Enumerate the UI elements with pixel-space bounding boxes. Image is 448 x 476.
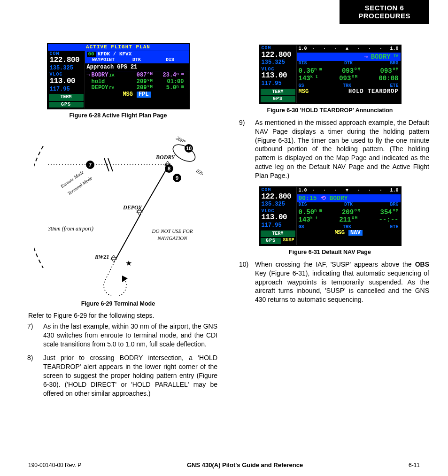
val-trk: 093°	[339, 75, 355, 82]
hdr-gs: GS	[299, 84, 304, 89]
unit: n m	[314, 67, 322, 72]
com-freq-standby: 135.325	[260, 60, 296, 67]
cdi-right: 1.0	[390, 46, 398, 52]
unit: n m	[176, 84, 184, 89]
gps-display-28: ACTIVE FLIGHT PLAN COM 122.800 135.325 V…	[47, 43, 190, 109]
val-dtk: 209°	[342, 208, 358, 216]
nav-flag: NAV	[348, 230, 363, 236]
step-9: 9) As mentioned in the missed approach e…	[239, 118, 429, 180]
vloc-freq-active: 113.00	[260, 214, 296, 223]
msg-flag: MSG	[123, 92, 133, 98]
val-gs: 143	[299, 75, 310, 82]
direct-to-arrow-icon: ⇢	[364, 54, 368, 61]
wpt-suffix: IA	[394, 54, 399, 59]
marker-7: 7	[88, 162, 91, 168]
page-footer: 190-00140-00 Rev. P GNS 430(A) Pilot's G…	[28, 461, 420, 468]
unit: k t	[310, 75, 318, 79]
airport-star-icon: ★	[125, 259, 132, 267]
term-badge: TERM	[261, 89, 295, 96]
section-header: SECTION 6 PROCEDURES	[340, 0, 429, 24]
fpl-row: → BODRYIA 087°M 23.4n m	[86, 72, 188, 79]
unit: M	[396, 67, 398, 72]
obs-key-label: OBS	[415, 261, 429, 268]
label-bodry: BODRY	[155, 154, 176, 161]
approach-title: Approach GPS 21	[85, 63, 189, 72]
step-number: 7)	[27, 322, 39, 349]
hold-icon: ⟲	[321, 195, 326, 202]
hdr-dtk: DTK	[344, 202, 353, 207]
msg-flag: MSG	[334, 230, 345, 236]
gps-badge: GPS	[261, 96, 295, 102]
wp-suffix: IA	[109, 73, 115, 78]
val-brg: 093°	[380, 67, 396, 75]
step-text-b: Key (Figure 6-31), indicating that autom…	[255, 269, 429, 304]
hold-teardrop-annunciation: HOLD TEARDROP	[348, 89, 399, 95]
unit: M	[150, 78, 153, 83]
hdr-ete: ETE	[390, 84, 398, 89]
step-number: 9)	[239, 118, 250, 180]
com-freq-active: 122.800	[260, 193, 296, 202]
com-freq-standby: 135.325	[48, 65, 85, 72]
vloc-freq-standby: 117.95	[260, 223, 296, 230]
fpl-row: hold 209°M 01:00	[86, 79, 188, 85]
figure-6-30: COM 122.800 135.325 VLOC 113.00 117.95 T…	[231, 43, 429, 114]
step-text: As in the last example, within 30 nm of …	[43, 322, 217, 349]
val-ete: --:--	[378, 216, 398, 223]
step-7: 7) As in the last example, within 30 nm …	[27, 322, 217, 349]
susp-flag: SUSP	[282, 238, 295, 244]
cdi-scale-icon: · · · ▲ · · ·	[312, 46, 385, 52]
gps-badge: GPS	[49, 102, 84, 108]
com-freq-active: 122.800	[48, 56, 85, 65]
val-trk: 211°	[339, 216, 355, 223]
active-wpt: BODRY	[330, 195, 348, 202]
active-wpt: BODRY	[371, 54, 391, 61]
unit: M	[396, 208, 398, 213]
hdr-brg: BRG	[390, 61, 398, 66]
svg-marker-10	[122, 276, 128, 282]
hdr-trk: TRK	[343, 225, 351, 230]
hold-timer: 00:15	[299, 195, 317, 202]
hdr-dis: DIS	[299, 202, 307, 207]
plan-number: 00	[87, 52, 96, 57]
step-10: 10) When crossing the IAF, 'SUSP' appear…	[239, 260, 429, 304]
figure-6-29: 30nm (from airport) Enroute Mode Termina…	[19, 123, 217, 307]
figure-caption: Figure 6-28 Active Flight Plan Page	[19, 112, 217, 119]
figure-6-31: COM 122.800 135.325 VLOC 113.00 117.95 T…	[231, 185, 429, 255]
nav-note-2: NAVIGATION	[157, 235, 187, 241]
hdr-gs: GS	[299, 225, 304, 230]
step-8: 8) Just prior to crossing BODRY intersec…	[27, 353, 217, 398]
val-dtk: 093°	[342, 67, 358, 75]
unit: M	[358, 208, 360, 213]
wp-dtk: 209°	[137, 78, 150, 85]
vloc-freq-active: 113.00	[260, 72, 296, 81]
val-dis: 0.36	[299, 67, 315, 75]
label-depoy: DEPOY	[123, 204, 143, 211]
com-freq-standby: 135.325	[260, 201, 296, 208]
gps-display-31: COM 122.800 135.325 VLOC 113.00 117.95 T…	[259, 186, 402, 246]
figure-caption: Figure 6-31 Default NAV Page	[231, 249, 429, 255]
hdr-dis: DIS	[299, 61, 307, 66]
val-gs: 143	[299, 216, 310, 223]
hdr-ete: ETE	[390, 225, 398, 230]
wp-dtk: 087°	[137, 72, 150, 78]
nav-note-1: DO NOT USE FOR	[151, 228, 193, 234]
plan-route: KFDK / KFVX	[98, 52, 132, 57]
hdr-dtk: DTK	[344, 61, 353, 66]
step-text: Just prior to crossing BODRY intersectio…	[43, 353, 217, 398]
com-label: COM	[260, 187, 296, 193]
unit: M	[150, 72, 153, 77]
svg-line-8	[142, 167, 168, 212]
step-text: When crossing the IAF, 'SUSP' appears ab…	[255, 260, 429, 304]
gps-title: ACTIVE FLIGHT PLAN	[48, 44, 189, 51]
col-dtk: DTK	[120, 58, 154, 63]
cdi-scale-icon: · · · ▼ · · ·	[312, 188, 385, 193]
msg-flag: MSG	[299, 89, 309, 95]
step-text-a: When crossing the IAF, 'SUSP' appears ab…	[255, 261, 415, 268]
fpl-row: DEPOYFA 209°M 5.0n m	[86, 85, 188, 92]
hdr-brg: BRG	[390, 202, 398, 207]
intro-text: Refer to Figure 6-29 for the following s…	[28, 312, 217, 319]
cdi-left: 1.0	[299, 46, 307, 52]
unit: M	[358, 67, 360, 72]
fpl-flag: FPL	[137, 92, 151, 98]
wp-name: BODRY	[92, 72, 108, 78]
